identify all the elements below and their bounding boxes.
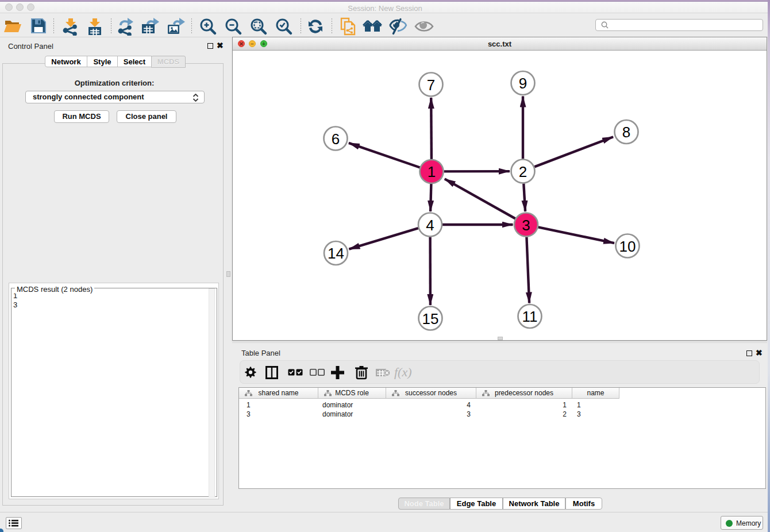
svg-text:11: 11 (522, 308, 538, 325)
svg-text:2: 2 (519, 163, 527, 180)
svg-text:8: 8 (622, 124, 630, 141)
svg-text:14: 14 (328, 245, 344, 262)
svg-text:9: 9 (519, 75, 527, 92)
svg-text:1: 1 (428, 163, 436, 180)
svg-text:3: 3 (522, 217, 530, 234)
svg-text:10: 10 (619, 238, 636, 255)
svg-text:15: 15 (422, 310, 439, 327)
svg-text:6: 6 (332, 130, 340, 148)
svg-text:7: 7 (427, 76, 435, 94)
svg-text:4: 4 (426, 217, 434, 234)
